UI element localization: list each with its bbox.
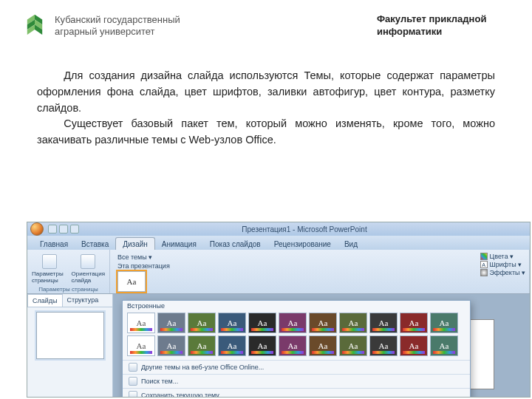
tab-insert[interactable]: Вставка [75,238,115,250]
panel-tab-slides[interactable]: Слайды [27,294,63,307]
tab-review[interactable]: Рецензирование [267,238,338,250]
qat-redo-icon[interactable] [70,225,79,233]
theme-thumb-current[interactable]: Aa [117,271,146,292]
window-title: Презентация1 - Microsoft PowerPoint [79,225,530,233]
effects-icon [480,269,488,276]
ribbon: Параметры страницы Ориентация слайда Пар… [27,250,530,294]
theme-thumb[interactable]: Aa [157,335,185,356]
orientation-label: Ориентация слайда [72,270,105,284]
theme-options: Цвета ▾ AШрифты ▾ Эффекты ▾ [480,253,525,277]
theme-thumb[interactable]: Aa [369,313,398,333]
tab-home[interactable]: Главная [33,238,75,250]
paragraph-1: Для создания дизайна слайда используются… [37,68,495,116]
theme-thumb[interactable]: Aa [339,313,367,333]
panel-tab-outline[interactable]: Структура [63,294,103,307]
gallery-header: Все темы ▾ [115,252,525,261]
colors-icon [480,253,488,260]
office-button-icon[interactable] [30,222,44,236]
slide-orientation-button[interactable]: Ориентация слайда [72,254,105,284]
save-current-theme[interactable]: Сохранить текущую тему... [123,388,470,398]
theme-thumb[interactable]: Aa [430,313,458,333]
theme-thumb[interactable]: Aa [309,313,337,333]
qat-save-icon[interactable] [48,225,57,233]
university-name: Кубанский государственныйаграрный универ… [55,14,180,38]
popup-builtin-label: Встроенные [123,301,470,311]
effects-dropdown[interactable]: Эффекты ▾ [480,269,525,276]
university-logo-icon [22,13,47,38]
theme-thumb[interactable]: Aa [157,313,185,333]
faculty-name: Факультет прикладной информатики [377,13,510,38]
theme-thumb[interactable]: Aa [127,335,155,356]
save-icon [129,391,137,398]
all-themes-label[interactable]: Все темы ▾ [117,253,152,261]
themes-grid: AaAaAaAaAaAaAaAaAaAaAaAaAaAaAaAaAaAaAaAa… [123,311,470,360]
workspace: Слайды Структура Заголовок слайда Встрое… [27,294,530,397]
page-setup-icon [42,254,57,269]
page-setup-button[interactable]: Параметры страницы [32,254,67,284]
theme-row-current: Aa [115,270,149,293]
powerpoint-screenshot: Презентация1 - Microsoft PowerPoint Глав… [27,222,531,398]
theme-thumb[interactable]: Aa [400,335,428,356]
theme-thumb[interactable]: Aa [339,335,367,356]
this-presentation-label: Эта презентация [115,261,525,270]
title-bar: Презентация1 - Microsoft PowerPoint [27,222,530,236]
theme-thumb[interactable]: Aa [127,313,155,333]
more-themes-online[interactable]: Другие темы на веб-узле Office Online... [123,360,470,374]
slides-panel: Слайды Структура [27,294,113,397]
fonts-dropdown[interactable]: AШрифты ▾ [480,261,525,268]
group-themes: Все темы ▾ Эта презентация Aa [110,250,530,293]
qat-undo-icon[interactable] [59,225,68,233]
page-setup-label: Параметры страницы [32,270,67,284]
paragraph-2: Существует базовый пакет тем, который мо… [37,116,495,149]
ribbon-tabs: Главная Вставка Дизайн Анимация Показ сл… [27,236,530,250]
theme-thumb[interactable]: Aa [188,313,216,333]
theme-thumb[interactable]: Aa [248,313,276,333]
group-page-setup: Параметры страницы Ориентация слайда Пар… [27,250,110,293]
theme-thumb[interactable]: Aa [218,313,246,333]
theme-thumb[interactable]: Aa [248,335,276,356]
theme-thumb[interactable]: Aa [279,313,307,333]
theme-thumb[interactable]: Aa [400,313,428,333]
orientation-icon [81,254,95,269]
globe-icon [129,363,137,372]
group-label: Параметры страницы [27,286,109,293]
theme-thumb[interactable]: Aa [369,335,398,356]
theme-thumb[interactable]: Aa [218,335,246,356]
quick-access-toolbar[interactable] [48,225,79,233]
folder-icon [129,377,137,386]
logo-block: Кубанский государственныйаграрный универ… [22,13,180,38]
fonts-icon: A [480,261,488,268]
theme-thumb[interactable]: Aa [309,335,337,356]
tab-slideshow[interactable]: Показ слайдов [203,238,267,250]
tab-design[interactable]: Дизайн [115,237,155,250]
slide-thumbnail[interactable] [36,312,104,359]
theme-thumb[interactable]: Aa [279,335,307,356]
browse-themes[interactable]: Поиск тем... [123,374,470,388]
body-text: Для создания дизайна слайда используются… [0,38,532,160]
panel-tabs: Слайды Структура [27,294,112,307]
theme-thumb[interactable]: Aa [188,335,216,356]
tab-view[interactable]: Вид [338,238,364,250]
theme-thumb[interactable]: Aa [430,335,458,356]
themes-gallery-popup: Встроенные AaAaAaAaAaAaAaAaAaAaAaAaAaAaA… [122,300,471,398]
colors-dropdown[interactable]: Цвета ▾ [480,253,525,260]
tab-animation[interactable]: Анимация [155,238,203,250]
